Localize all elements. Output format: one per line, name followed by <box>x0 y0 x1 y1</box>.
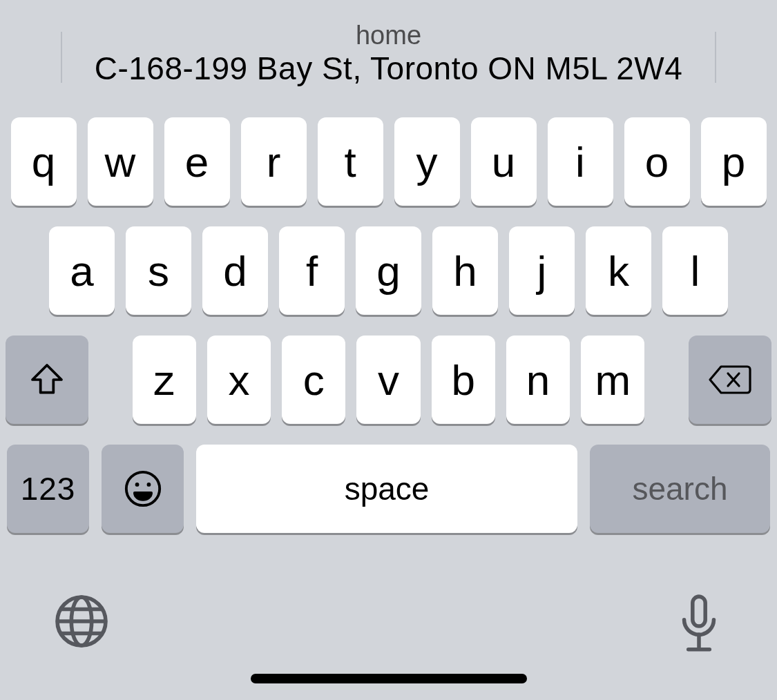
key-j[interactable]: j <box>509 226 575 315</box>
spacer <box>99 336 121 424</box>
autocomplete-suggestion[interactable]: home C-168-199 Bay St, Toronto ON M5L 2W… <box>95 21 683 88</box>
key-o[interactable]: o <box>624 117 690 206</box>
suggestion-subtitle: C-168-199 Bay St, Toronto ON M5L 2W4 <box>95 50 683 87</box>
emoji-key[interactable] <box>102 445 184 533</box>
key-h[interactable]: h <box>432 226 498 315</box>
key-p[interactable]: p <box>701 117 767 206</box>
keyboard-row-4: 123 space search <box>6 445 771 533</box>
search-key[interactable]: search <box>590 445 770 533</box>
space-key[interactable]: space <box>196 445 577 533</box>
key-b[interactable]: b <box>432 336 495 424</box>
key-a[interactable]: a <box>49 226 115 315</box>
mic-icon <box>673 592 725 656</box>
key-k[interactable]: k <box>586 226 651 315</box>
divider <box>715 32 716 83</box>
key-y[interactable]: y <box>394 117 460 206</box>
svg-point-2 <box>146 483 151 487</box>
key-z[interactable]: z <box>133 336 196 424</box>
key-i[interactable]: i <box>548 117 613 206</box>
key-d[interactable]: d <box>202 226 268 315</box>
dictation-button[interactable] <box>673 592 725 656</box>
home-indicator[interactable] <box>251 674 527 683</box>
suggestion-title: home <box>95 21 683 51</box>
keyboard: q w e r t y u i o p a s d f g h j k l z … <box>0 102 777 533</box>
key-f[interactable]: f <box>279 226 345 315</box>
keyboard-row-1: q w e r t y u i o p <box>6 117 771 206</box>
key-v[interactable]: v <box>356 336 420 424</box>
key-m[interactable]: m <box>581 336 644 424</box>
key-t[interactable]: t <box>318 117 383 206</box>
shift-icon <box>28 360 66 399</box>
key-u[interactable]: u <box>471 117 537 206</box>
keyboard-switch-button[interactable] <box>52 592 111 650</box>
key-q[interactable]: q <box>11 117 77 206</box>
keyboard-row-2: a s d f g h j k l <box>6 226 771 315</box>
key-r[interactable]: r <box>241 117 307 206</box>
key-l[interactable]: l <box>662 226 728 315</box>
key-w[interactable]: w <box>88 117 153 206</box>
keyboard-row-3: z x c v b n m <box>6 336 771 424</box>
bottom-strip <box>0 550 777 700</box>
suggestion-bar: home C-168-199 Bay St, Toronto ON M5L 2W… <box>0 0 777 102</box>
key-x[interactable]: x <box>207 336 271 424</box>
key-c[interactable]: c <box>282 336 345 424</box>
key-e[interactable]: e <box>164 117 230 206</box>
divider <box>61 32 62 83</box>
globe-icon <box>52 592 111 650</box>
svg-point-1 <box>135 483 139 487</box>
spacer <box>655 336 677 424</box>
key-s[interactable]: s <box>126 226 191 315</box>
backspace-icon <box>707 362 753 397</box>
numbers-key[interactable]: 123 <box>7 445 89 533</box>
svg-rect-5 <box>693 596 705 626</box>
shift-key[interactable] <box>6 336 88 424</box>
backspace-key[interactable] <box>689 336 771 424</box>
key-n[interactable]: n <box>506 336 570 424</box>
key-g[interactable]: g <box>356 226 421 315</box>
emoji-icon <box>123 469 163 509</box>
